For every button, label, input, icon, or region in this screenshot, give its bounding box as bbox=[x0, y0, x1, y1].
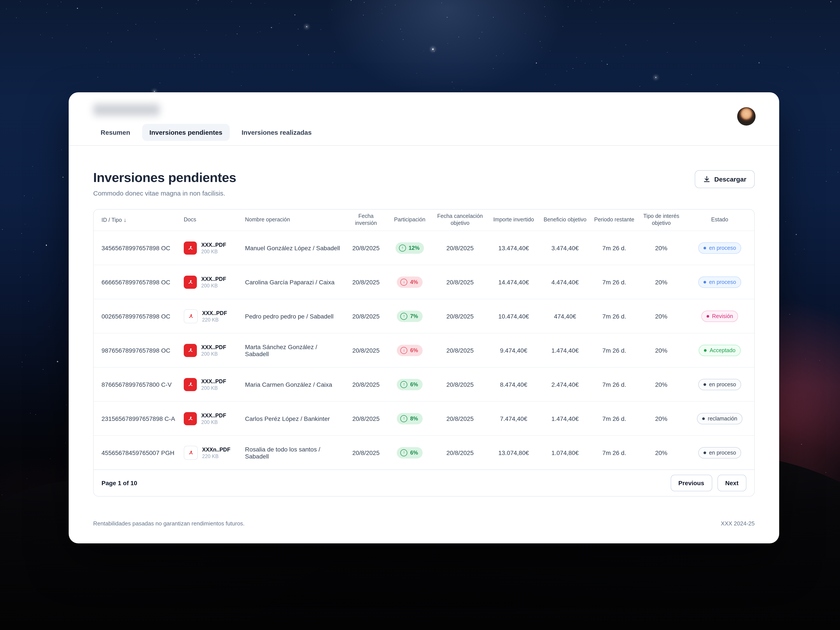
doc-size: 200 KB bbox=[201, 419, 226, 425]
tab-resumen[interactable]: Resumen bbox=[93, 124, 137, 141]
importe-invertido: 10.474,40€ bbox=[487, 311, 540, 321]
tipo-interes: 20% bbox=[638, 447, 684, 458]
importe-invertido: 13.474,40€ bbox=[487, 243, 540, 253]
doc-link[interactable]: XXXn..PDF220 KB bbox=[184, 445, 240, 459]
status-badge: en proceso bbox=[698, 379, 741, 390]
app-logo-blurred bbox=[93, 104, 160, 116]
table-footer: Page 1 of 10 Previous Next bbox=[94, 469, 754, 496]
doc-link[interactable]: XXX..PDF200 KB bbox=[184, 378, 240, 391]
fecha-inversion: 20/8/2025 bbox=[345, 413, 387, 424]
fecha-inversion: 20/8/2025 bbox=[345, 379, 387, 390]
tipo-interes: 20% bbox=[638, 413, 684, 424]
beneficio-objetivo: 474,40€ bbox=[540, 311, 590, 321]
fecha-inversion: 20/8/2025 bbox=[345, 311, 387, 321]
tab-inversiones-pendientes[interactable]: Inversiones pendientes bbox=[142, 124, 230, 141]
column-header: Periodo restante bbox=[590, 213, 638, 227]
beneficio-objetivo: 3.474,40€ bbox=[540, 243, 590, 253]
fecha-cancelacion: 20/8/2025 bbox=[433, 311, 487, 321]
importe-invertido: 9.474,40€ bbox=[487, 345, 540, 355]
row-id: 87665678997657800 C-V bbox=[94, 379, 181, 390]
row-id: 00265678997657898 OC bbox=[94, 311, 181, 321]
doc-link[interactable]: XXX..PDF220 KB bbox=[184, 309, 240, 323]
operation-name: Carlos Peréz López / Bankinter bbox=[242, 413, 345, 424]
column-header[interactable]: ID / Tipo↓ bbox=[94, 213, 181, 227]
doc-name: XXX..PDF bbox=[201, 378, 226, 384]
doc-size: 220 KB bbox=[202, 317, 227, 322]
status-badge: Acceptado bbox=[699, 344, 741, 356]
participation-badge: ↑12% bbox=[395, 242, 424, 254]
importe-invertido: 13.074,80€ bbox=[487, 447, 540, 458]
table-row: 98765678997657898 OCXXX..PDF200 KBMarta … bbox=[94, 333, 754, 367]
periodo-restante: 7m 26 d. bbox=[590, 345, 638, 355]
card-footer: Rentabilidades pasadas no garantizan ren… bbox=[69, 520, 779, 527]
status-badge: en proceso bbox=[698, 447, 741, 458]
pdf-icon bbox=[184, 412, 197, 425]
fecha-cancelacion: 20/8/2025 bbox=[433, 447, 487, 458]
table-header-row: ID / Tipo↓DocsNombre operaciónFecha inve… bbox=[94, 210, 754, 231]
pdf-icon bbox=[184, 344, 197, 357]
status-badge: en proceso bbox=[698, 276, 741, 287]
trend-up-icon: ↑ bbox=[401, 415, 407, 422]
download-label: Descargar bbox=[714, 175, 746, 183]
doc-size: 220 KB bbox=[202, 453, 231, 459]
pdf-icon bbox=[184, 241, 197, 254]
table-body: 34565678997657898 OCXXX..PDF200 KBManuel… bbox=[94, 231, 754, 469]
operation-name: Pedro pedro pedro pe / Sabadell bbox=[242, 311, 345, 321]
importe-invertido: 8.474,40€ bbox=[487, 379, 540, 390]
beneficio-objetivo: 2.474,40€ bbox=[540, 379, 590, 390]
status-badge: reclamación bbox=[697, 413, 743, 424]
participation-badge: ↑7% bbox=[397, 310, 422, 322]
column-header: Estado bbox=[684, 213, 755, 227]
periodo-restante: 7m 26 d. bbox=[590, 311, 638, 321]
operation-name: Marta Sánchez González / Sabadell bbox=[242, 341, 345, 359]
table-row: 45565678459765007 PGHXXXn..PDF220 KBRosa… bbox=[94, 435, 754, 469]
fecha-cancelacion: 20/8/2025 bbox=[433, 277, 487, 287]
importe-invertido: 7.474,40€ bbox=[487, 413, 540, 424]
page-indicator: Page 1 of 10 bbox=[101, 480, 137, 486]
doc-link[interactable]: XXX..PDF200 KB bbox=[184, 412, 240, 425]
doc-link[interactable]: XXX..PDF200 KB bbox=[184, 241, 240, 254]
download-icon bbox=[703, 175, 710, 183]
doc-size: 200 KB bbox=[201, 351, 226, 356]
doc-link[interactable]: XXX..PDF200 KB bbox=[184, 344, 240, 357]
disclaimer-text: Rentabilidades pasadas no garantizan ren… bbox=[93, 520, 245, 527]
table-row: 34565678997657898 OCXXX..PDF200 KBManuel… bbox=[94, 231, 754, 265]
pdf-icon bbox=[184, 309, 198, 323]
pdf-icon bbox=[184, 275, 197, 289]
column-header: Docs bbox=[181, 213, 242, 227]
table-row: 66665678997657898 OCXXX..PDF200 KBCaroli… bbox=[94, 265, 754, 299]
participation-badge: ↑6% bbox=[397, 447, 422, 458]
previous-page-button[interactable]: Previous bbox=[671, 475, 712, 491]
pdf-icon bbox=[184, 378, 197, 391]
table-row: 87665678997657800 C-VXXX..PDF200 KBMaria… bbox=[94, 367, 754, 401]
doc-size: 200 KB bbox=[201, 385, 226, 390]
trend-down-icon: ↓ bbox=[401, 278, 407, 286]
user-avatar[interactable] bbox=[737, 107, 756, 126]
operation-name: Maria Carmen González / Caixa bbox=[242, 379, 345, 390]
tab-inversiones-realizadas[interactable]: Inversiones realizadas bbox=[234, 124, 319, 141]
fecha-inversion: 20/8/2025 bbox=[345, 243, 387, 253]
sort-desc-icon[interactable]: ↓ bbox=[123, 216, 126, 223]
column-header: Importe invertido bbox=[487, 213, 540, 227]
fecha-inversion: 20/8/2025 bbox=[345, 447, 387, 458]
pdf-icon bbox=[184, 445, 198, 459]
row-id: 98765678997657898 OC bbox=[94, 345, 181, 355]
tipo-interes: 20% bbox=[638, 345, 684, 355]
screen: Resumen Inversiones pendientes Inversion… bbox=[0, 0, 840, 630]
fecha-cancelacion: 20/8/2025 bbox=[433, 243, 487, 253]
fecha-cancelacion: 20/8/2025 bbox=[433, 413, 487, 424]
column-header: Fecha cancelación objetivo bbox=[433, 210, 487, 231]
doc-link[interactable]: XXX..PDF200 KB bbox=[184, 275, 240, 289]
main-content: Inversiones pendientes Commodo donec vit… bbox=[69, 170, 779, 497]
doc-name: XXXn..PDF bbox=[202, 447, 231, 453]
doc-name: XXX..PDF bbox=[201, 344, 226, 350]
download-button[interactable]: Descargar bbox=[695, 170, 755, 188]
operation-name: Manuel González López / Sabadell bbox=[242, 243, 345, 253]
column-header: Nombre operación bbox=[242, 213, 345, 227]
tab-bar: Resumen Inversiones pendientes Inversion… bbox=[93, 124, 755, 141]
tipo-interes: 20% bbox=[638, 243, 684, 253]
next-page-button[interactable]: Next bbox=[717, 475, 746, 491]
trend-up-icon: ↑ bbox=[399, 244, 406, 251]
periodo-restante: 7m 26 d. bbox=[590, 379, 638, 390]
row-id: 45565678459765007 PGH bbox=[94, 447, 181, 458]
